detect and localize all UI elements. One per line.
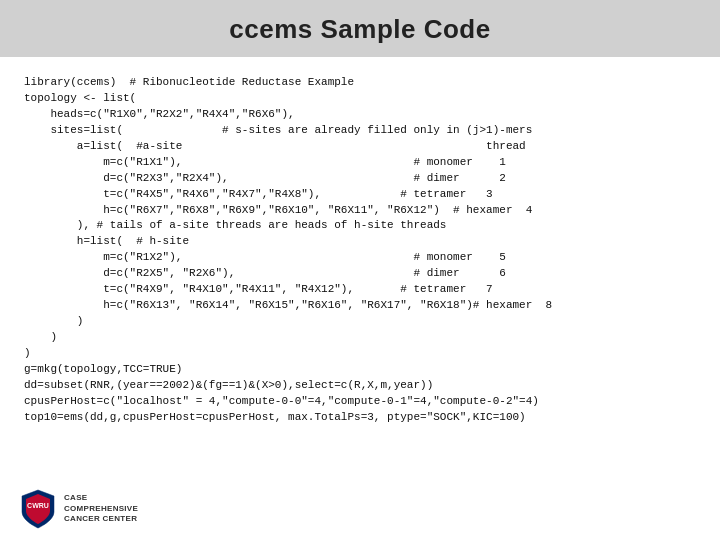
content-area: library(ccems) # Ribonucleotide Reductas… xyxy=(0,57,720,480)
logo-line-1: CASE xyxy=(64,493,138,503)
header: ccems Sample Code xyxy=(0,0,720,57)
logo-line-3: CANCER CENTER xyxy=(64,514,138,524)
logo-text: CASE COMPREHENSIVE CANCER CENTER xyxy=(64,493,138,524)
page-title: ccems Sample Code xyxy=(229,14,490,44)
university-logo-icon: CWRU xyxy=(20,488,56,530)
page: ccems Sample Code library(ccems) # Ribon… xyxy=(0,0,720,540)
code-block: library(ccems) # Ribonucleotide Reductas… xyxy=(24,75,696,470)
footer: CWRU CASE COMPREHENSIVE CANCER CENTER xyxy=(0,480,720,540)
svg-text:CWRU: CWRU xyxy=(27,502,49,509)
logo-area: CWRU CASE COMPREHENSIVE CANCER CENTER xyxy=(20,488,138,530)
logo-line-2: COMPREHENSIVE xyxy=(64,504,138,514)
